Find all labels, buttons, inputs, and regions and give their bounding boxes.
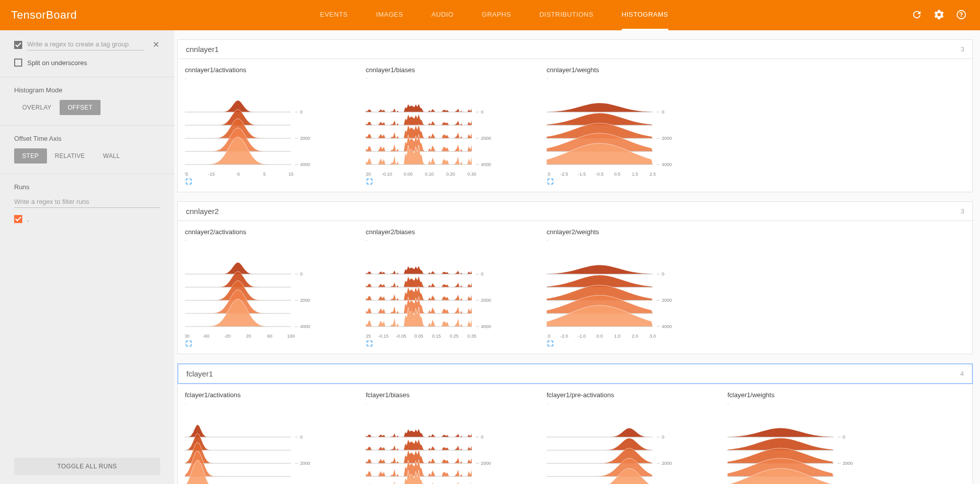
svg-text:0: 0 [481, 272, 483, 277]
split-underscores-checkbox[interactable] [14, 59, 22, 67]
svg-text:0: 0 [481, 435, 483, 440]
hist-mode-overlay[interactable]: OVERLAY [14, 100, 60, 115]
histogram-card: cnnlayer1/biases.020004000-0.20-0.100.00… [366, 66, 542, 187]
svg-text:2000: 2000 [300, 298, 310, 303]
svg-text:0.5: 0.5 [614, 172, 621, 177]
histogram-card: cnnlayer2/weights.020004000-3.0-2.0-1.00… [547, 228, 722, 349]
group-header[interactable]: cnnlayer13 [177, 39, 973, 59]
offset-axis-toggle: STEPRELATIVEWALL [14, 148, 160, 164]
tab-histograms[interactable]: HISTOGRAMS [622, 0, 668, 30]
svg-text:2.0: 2.0 [632, 334, 639, 339]
ridgeline-chart: 02000400001020304050 [185, 407, 352, 484]
card-run-label: . [547, 400, 722, 405]
svg-text:0.00: 0.00 [404, 172, 413, 177]
svg-text:4000: 4000 [300, 324, 310, 329]
group-title: cnnlayer1 [186, 45, 219, 53]
axis-mode-relative[interactable]: RELATIVE [55, 148, 95, 164]
ridgeline-chart: 020004000-25-15-5515 [185, 82, 352, 178]
svg-text:2000: 2000 [662, 136, 672, 141]
toggle-all-runs-button[interactable]: TOGGLE ALL RUNS [14, 458, 160, 475]
svg-text:-3.5: -3.5 [547, 172, 551, 177]
fullscreen-icon[interactable] [185, 179, 192, 187]
topbar: TensorBoard EVENTSIMAGESAUDIOGRAPHSDISTR… [0, 0, 980, 30]
svg-text:-0.15: -0.15 [378, 334, 389, 339]
svg-text:-100: -100 [185, 334, 189, 339]
fullscreen-icon[interactable] [366, 341, 373, 349]
svg-text:-60: -60 [203, 334, 209, 339]
tab-images[interactable]: IMAGES [376, 0, 404, 30]
group-title: fclayer1 [186, 369, 213, 378]
svg-text:0.15: 0.15 [432, 334, 441, 339]
histogram-mode-toggle: OVERLAYOFFSET [14, 100, 160, 115]
group-title: cnnlayer2 [186, 207, 219, 216]
svg-text:-0.25: -0.25 [366, 334, 371, 339]
svg-text:0: 0 [300, 110, 303, 115]
svg-text:3.0: 3.0 [650, 334, 656, 339]
histogram-card: fclayer1/weights.020004000-0.35-0.25-0.1… [727, 391, 903, 484]
svg-text:20: 20 [246, 334, 251, 339]
svg-text:-0.05: -0.05 [396, 334, 407, 339]
split-underscores-label: Split on underscores [27, 59, 87, 67]
svg-text:100: 100 [287, 334, 295, 339]
card-run-label: . [185, 237, 361, 242]
refresh-icon[interactable] [911, 9, 922, 22]
tab-distributions[interactable]: DISTRIBUTIONS [540, 0, 594, 30]
offset-axis-label: Offset Time Axis [14, 135, 160, 142]
fullscreen-icon[interactable] [366, 179, 373, 187]
card-title: cnnlayer2/activations [185, 228, 361, 236]
nav-tabs: EVENTSIMAGESAUDIOGRAPHSDISTRIBUTIONSHIST… [77, 0, 911, 30]
run-name: . [27, 216, 29, 223]
tab-audio[interactable]: AUDIO [431, 0, 454, 30]
card-title: fclayer1/weights [727, 391, 903, 399]
svg-text:2000: 2000 [300, 461, 310, 466]
svg-text:-15: -15 [208, 172, 215, 177]
card-title: cnnlayer1/activations [185, 66, 361, 74]
tab-events[interactable]: EVENTS [320, 0, 348, 30]
tab-graphs[interactable]: GRAPHS [482, 0, 511, 30]
axis-mode-step[interactable]: STEP [14, 148, 47, 164]
ridgeline-chart: 020004000-100-60-202060100 [185, 244, 352, 340]
run-checkbox[interactable] [14, 215, 22, 223]
fullscreen-icon[interactable] [547, 341, 554, 349]
run-row: . [14, 215, 160, 223]
svg-text:-25: -25 [185, 172, 188, 177]
fullscreen-icon[interactable] [547, 179, 554, 187]
ridgeline-chart: 020004000-0.20-0.100.000.100.200.30 [366, 82, 532, 178]
card-run-label: . [547, 75, 722, 80]
svg-text:0.30: 0.30 [467, 172, 476, 177]
tag-group-input[interactable] [27, 39, 143, 50]
card-title: cnnlayer1/weights [547, 66, 722, 74]
group-cards: cnnlayer1/activations.020004000-25-15-55… [177, 59, 973, 192]
svg-text:0: 0 [662, 272, 664, 277]
card-run-label: . [366, 400, 542, 405]
svg-text:0: 0 [662, 110, 664, 115]
svg-text:2000: 2000 [481, 461, 491, 466]
help-icon[interactable] [956, 9, 967, 22]
hist-mode-offset[interactable]: OFFSET [60, 100, 101, 115]
svg-text:4000: 4000 [662, 324, 672, 329]
group-header[interactable]: fclayer14 [177, 363, 973, 384]
gear-icon[interactable] [934, 9, 945, 22]
group-header[interactable]: cnnlayer23 [177, 201, 973, 221]
runs-filter-input[interactable] [14, 197, 160, 208]
group-cnnlayer1: cnnlayer13cnnlayer1/activations.02000400… [177, 39, 973, 192]
svg-text:0.0: 0.0 [597, 334, 603, 339]
svg-text:0.35: 0.35 [467, 334, 476, 339]
group-count: 4 [960, 370, 964, 378]
svg-text:-0.10: -0.10 [382, 172, 393, 177]
svg-text:60: 60 [267, 334, 272, 339]
brand: TensorBoard [11, 9, 77, 22]
svg-text:2000: 2000 [662, 461, 672, 466]
svg-text:-0.5: -0.5 [596, 172, 604, 177]
tag-group-checkbox[interactable] [14, 41, 22, 49]
runs-label: Runs [14, 183, 160, 191]
svg-text:1.5: 1.5 [632, 172, 639, 177]
close-icon[interactable] [152, 40, 160, 50]
axis-mode-wall[interactable]: WALL [103, 148, 130, 164]
group-cnnlayer2: cnnlayer23cnnlayer2/activations.02000400… [177, 201, 973, 354]
svg-text:0.20: 0.20 [446, 172, 455, 177]
ridgeline-chart: 020004000-0.35-0.25-0.15-0.050.050.15 [727, 407, 894, 484]
fullscreen-icon[interactable] [185, 341, 192, 349]
group-count: 3 [961, 207, 964, 215]
ridgeline-chart: 020004000-3.5-2.5-1.5-0.50.51.52.5 [547, 82, 713, 178]
